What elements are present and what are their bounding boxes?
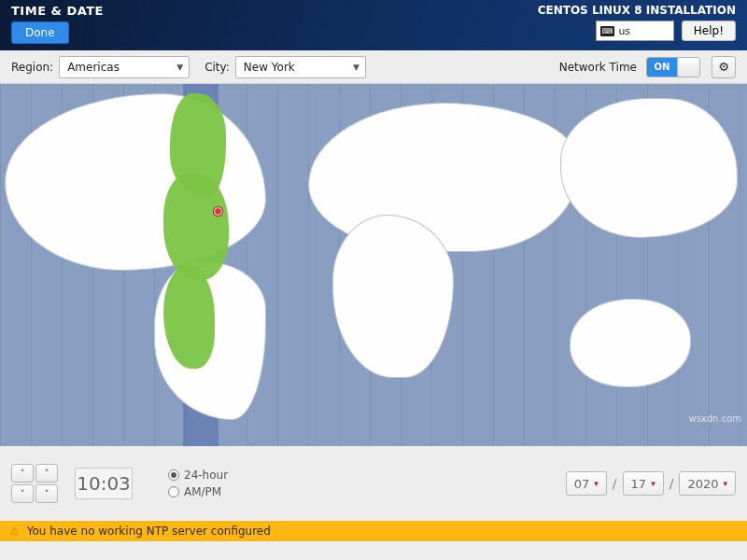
keyboard-layout-value: us: [618, 25, 630, 37]
keyboard-layout-indicator[interactable]: ⌨ us: [596, 21, 674, 41]
format-24h-label: 24-hour: [184, 469, 228, 482]
help-button[interactable]: Help!: [682, 21, 736, 41]
city-value: New York: [244, 61, 295, 74]
done-button[interactable]: Done: [11, 21, 69, 44]
chevron-down-icon: ▾: [651, 479, 655, 488]
hours-down-button[interactable]: ˅: [11, 484, 34, 503]
toggle-on-label: ON: [647, 58, 677, 77]
radio-icon: [168, 486, 179, 497]
city-marker: [214, 207, 222, 216]
landmass-eurasia: [308, 103, 579, 252]
landmass-east-asia: [560, 98, 738, 238]
ntp-settings-button[interactable]: ⚙: [712, 56, 736, 78]
chevron-down-icon: ▾: [594, 479, 599, 488]
format-ampm-radio[interactable]: AM/PM: [168, 485, 228, 498]
month-dropdown[interactable]: 07 ▾: [566, 471, 607, 496]
warning-bar: ⚠ You have no working NTP server configu…: [0, 521, 747, 541]
chevron-down-icon: ▼: [176, 63, 183, 72]
page-title: TIME & DATE: [11, 4, 104, 18]
city-dropdown[interactable]: New York ▼: [235, 56, 366, 78]
region-value: Americas: [67, 61, 120, 74]
time-hours: 10: [77, 472, 100, 495]
year-value: 2020: [687, 477, 718, 491]
radio-icon: [168, 469, 179, 481]
keyboard-icon: ⌨: [600, 26, 615, 36]
warning-icon: ⚠: [9, 525, 20, 538]
top-banner: TIME & DATE Done CENTOS LINUX 8 INSTALLA…: [0, 0, 747, 50]
date-separator: /: [613, 476, 617, 491]
time-separator: :: [101, 472, 107, 495]
city-label: City:: [204, 61, 230, 74]
region-dropdown[interactable]: Americas ▼: [59, 56, 190, 78]
warning-message: You have no working NTP server configure…: [27, 525, 271, 538]
landmass-africa: [332, 215, 454, 378]
time-date-controls: ˄ ˅ ˄ ˅ 10:03 24-hour AM/PM 07 ▾ / 17 ▾ …: [0, 446, 747, 521]
minutes-down-button[interactable]: ˅: [35, 484, 58, 503]
time-format-group: 24-hour AM/PM: [168, 469, 228, 498]
network-time-toggle[interactable]: ON: [646, 57, 700, 77]
minutes-up-button[interactable]: ˄: [35, 464, 58, 483]
timezone-map[interactable]: wsxdn.com: [0, 84, 747, 446]
time-minutes: 03: [106, 472, 130, 495]
toggle-knob: [677, 58, 699, 77]
chevron-down-icon: ▾: [723, 479, 727, 488]
month-value: 07: [574, 477, 590, 491]
watermark: wsxdn.com: [688, 413, 741, 424]
format-ampm-label: AM/PM: [184, 485, 221, 498]
network-time-label: Network Time: [559, 61, 637, 74]
banner-right: CENTOS LINUX 8 INSTALLATION ⌨ us Help!: [538, 4, 736, 41]
highlight-east-na: [163, 173, 229, 280]
day-value: 17: [631, 477, 647, 491]
date-picker: 07 ▾ / 17 ▾ / 2020 ▾: [566, 471, 736, 496]
gear-icon: ⚙: [718, 60, 729, 74]
date-separator: /: [669, 476, 674, 491]
time-spinner: ˄ ˅ ˄ ˅: [11, 464, 58, 503]
landmass-australia: [570, 299, 691, 387]
year-dropdown[interactable]: 2020 ▾: [679, 471, 736, 496]
time-display: 10:03: [75, 468, 133, 499]
region-city-toolbar: Region: Americas ▼ City: New York ▼ Netw…: [0, 50, 747, 84]
installer-title: CENTOS LINUX 8 INSTALLATION: [538, 4, 736, 17]
day-dropdown[interactable]: 17 ▾: [623, 471, 664, 496]
chevron-down-icon: ▼: [353, 63, 359, 72]
format-24h-radio[interactable]: 24-hour: [168, 469, 228, 482]
hours-up-button[interactable]: ˄: [11, 464, 34, 483]
region-label: Region:: [11, 61, 53, 74]
banner-left: TIME & DATE Done: [11, 4, 104, 44]
